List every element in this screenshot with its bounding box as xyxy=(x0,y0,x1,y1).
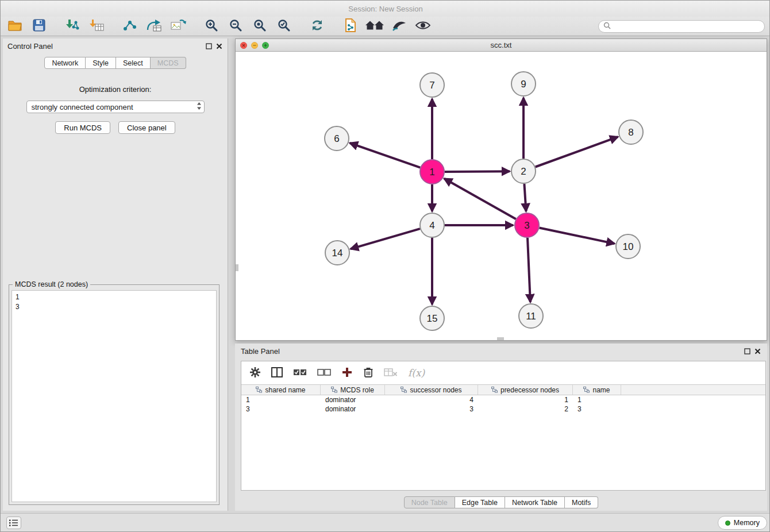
zoom-window-icon[interactable] xyxy=(262,42,269,51)
refresh-button[interactable] xyxy=(307,18,327,35)
graph-edge-1-6[interactable] xyxy=(350,143,421,168)
table-float-button[interactable] xyxy=(743,347,751,355)
tab-network[interactable]: Network xyxy=(44,57,86,69)
cell-predecessor-nodes[interactable]: 2 xyxy=(478,405,573,413)
zoom-in-button[interactable] xyxy=(202,18,221,35)
memory-button[interactable]: Memory xyxy=(718,516,767,530)
paintbrush-icon xyxy=(391,19,406,33)
graph-node-6[interactable]: 6 xyxy=(325,126,349,151)
show-columns-button[interactable] xyxy=(271,367,283,379)
export-image-button[interactable] xyxy=(168,18,188,35)
network-table-icon xyxy=(146,18,162,34)
import-network-icon xyxy=(65,18,80,34)
network-to-table-button[interactable] xyxy=(144,18,164,35)
graph-node-11[interactable]: 11 xyxy=(519,304,543,328)
column-header-successor-nodes[interactable]: successor nodes xyxy=(385,385,478,395)
minimize-window-icon[interactable] xyxy=(251,42,258,51)
graph-node-7[interactable]: 7 xyxy=(420,73,444,97)
close-icon xyxy=(754,348,761,354)
network-window-titlebar[interactable]: scc.txt xyxy=(236,39,767,52)
svg-text:15: 15 xyxy=(427,313,438,324)
network-document-button[interactable] xyxy=(341,18,360,35)
table-close-button[interactable] xyxy=(753,347,761,355)
graph-edge-2-8[interactable] xyxy=(536,137,618,167)
cell-successor-nodes[interactable]: 3 xyxy=(385,405,478,413)
column-header-mcds-role[interactable]: MCDS role xyxy=(321,385,385,395)
application-window: Session: New Session xyxy=(0,0,770,532)
graph-edge-3-11[interactable] xyxy=(528,238,530,302)
table-row[interactable]: 1dominator411 xyxy=(241,395,765,404)
tab-node-table[interactable]: Node Table xyxy=(404,496,455,508)
select-all-button[interactable] xyxy=(293,368,307,378)
float-panel-button[interactable] xyxy=(205,42,213,50)
table-panel: Table Panel xyxy=(235,344,767,511)
close-panel-button-2[interactable]: Close panel xyxy=(118,121,175,134)
graph-node-1[interactable]: 1 xyxy=(420,160,444,184)
zoom-selected-button[interactable] xyxy=(274,18,294,35)
graph-edge-4-14[interactable] xyxy=(351,229,420,249)
tab-mcds[interactable]: MCDS xyxy=(151,57,186,69)
bottom-scroll-thumb[interactable] xyxy=(497,337,504,340)
network-canvas[interactable]: 7968124310141511 xyxy=(236,52,767,340)
cell-mcds-role[interactable]: dominator xyxy=(321,405,385,413)
close-panel-button[interactable] xyxy=(215,42,223,50)
network-graph[interactable]: 7968124310141511 xyxy=(236,52,767,340)
graph-node-14[interactable]: 14 xyxy=(325,241,349,265)
graph-node-3[interactable]: 3 xyxy=(515,213,539,237)
function-builder-button[interactable]: f(x) xyxy=(408,367,425,379)
column-header-shared-name[interactable]: shared name xyxy=(241,385,321,395)
cell-shared-name[interactable]: 1 xyxy=(241,396,321,404)
graph-node-15[interactable]: 15 xyxy=(420,306,444,330)
graph-node-4[interactable]: 4 xyxy=(420,213,444,237)
tab-edge-table[interactable]: Edge Table xyxy=(455,496,505,508)
tab-select[interactable]: Select xyxy=(116,57,151,69)
delete-table-button-disabled[interactable] xyxy=(384,368,398,379)
graph-node-9[interactable]: 9 xyxy=(511,72,536,96)
graph-edge-3-10[interactable] xyxy=(540,228,615,244)
first-neighbors-button[interactable] xyxy=(365,18,384,35)
table-row[interactable]: 3dominator323 xyxy=(241,404,765,414)
zoom-fit-button[interactable] xyxy=(250,18,270,35)
cell-mcds-role[interactable]: dominator xyxy=(321,396,385,404)
graph-edge-1-2[interactable] xyxy=(445,171,510,172)
graph-edge-2-3[interactable] xyxy=(524,184,526,211)
task-history-button[interactable] xyxy=(6,516,21,529)
cell-predecessor-nodes[interactable]: 1 xyxy=(478,396,573,404)
show-hide-button[interactable] xyxy=(413,18,433,35)
cell-successor-nodes[interactable]: 4 xyxy=(385,396,478,404)
mcds-result-list[interactable]: 1 3 xyxy=(11,290,217,502)
cell-name[interactable]: 3 xyxy=(573,405,621,413)
optimization-criterion-dropdown[interactable]: strongly connected component xyxy=(26,101,205,113)
table-panel-tabs: Node Table Edge Table Network Table Moti… xyxy=(235,496,767,508)
zoom-out-button[interactable] xyxy=(226,18,245,35)
graph-node-2[interactable]: 2 xyxy=(511,159,536,183)
apply-style-button[interactable] xyxy=(389,18,409,35)
new-network-button[interactable] xyxy=(120,18,140,35)
tab-style[interactable]: Style xyxy=(86,57,116,69)
table-body: 1dominator4113dominator323 xyxy=(241,395,765,414)
column-header-name[interactable]: name xyxy=(573,385,621,395)
dropdown-selected-value: strongly connected component xyxy=(32,103,197,111)
import-network-button[interactable] xyxy=(63,18,82,35)
delete-column-button[interactable] xyxy=(363,367,374,380)
table-settings-button[interactable] xyxy=(249,367,261,380)
save-session-button[interactable] xyxy=(29,18,49,35)
search-input[interactable] xyxy=(611,21,760,31)
tab-network-table[interactable]: Network Table xyxy=(505,496,565,508)
tab-motifs[interactable]: Motifs xyxy=(565,496,598,508)
import-table-button[interactable] xyxy=(87,18,106,35)
deselect-all-button[interactable] xyxy=(317,368,331,378)
search-field[interactable] xyxy=(598,20,765,33)
add-column-button[interactable] xyxy=(341,367,353,380)
close-window-icon[interactable] xyxy=(240,42,247,51)
graph-node-8[interactable]: 8 xyxy=(619,120,643,144)
run-mcds-button[interactable]: Run MCDS xyxy=(55,121,110,134)
cell-shared-name[interactable]: 3 xyxy=(241,405,321,413)
column-header-predecessor-nodes[interactable]: predecessor nodes xyxy=(478,385,573,395)
window-titlebar[interactable]: Session: New Session xyxy=(1,1,770,17)
left-scroll-thumb[interactable] xyxy=(236,264,238,271)
graph-edge-3-1[interactable] xyxy=(444,179,516,219)
cell-name[interactable]: 1 xyxy=(573,396,621,404)
open-session-button[interactable] xyxy=(5,18,25,35)
graph-node-10[interactable]: 10 xyxy=(616,234,640,259)
